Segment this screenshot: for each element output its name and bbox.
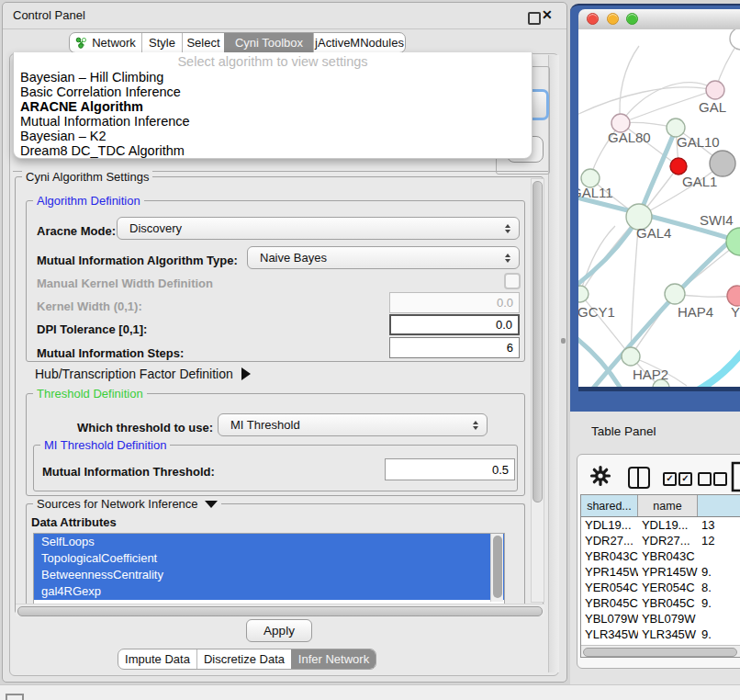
table-cell[interactable]: YDR27...: [581, 533, 638, 548]
tab-cyni-toolbox[interactable]: Cyni Toolbox: [224, 33, 313, 52]
table-cell[interactable]: YDR27...: [638, 533, 698, 548]
scrollbar-thumb[interactable]: [583, 648, 737, 657]
table-cell[interactable]: YPR145W: [581, 564, 638, 580]
table-cell[interactable]: YBL079W: [581, 611, 638, 627]
algorithm-option[interactable]: Bayesian – Hill Climbing: [17, 70, 528, 85]
kernel-width-field[interactable]: 0.0: [389, 292, 520, 313]
tab-label: Style: [149, 36, 175, 50]
splitter-handle[interactable]: [561, 338, 566, 344]
network-window-titlebar[interactable]: [578, 9, 740, 30]
tab-infer-network[interactable]: Infer Network: [291, 649, 376, 669]
mac-minimize-button[interactable]: [607, 13, 619, 25]
table-cell[interactable]: [698, 548, 740, 564]
tab-discretize-data[interactable]: Discretize Data: [196, 649, 291, 669]
algorithm-option[interactable]: Bayesian – K2: [17, 129, 528, 143]
mac-close-button[interactable]: [587, 13, 599, 25]
table-cell[interactable]: YDL19...: [581, 517, 638, 533]
tab-jactivemnodules[interactable]: jActiveMNodules: [313, 33, 405, 52]
column-header[interactable]: [698, 495, 740, 516]
close-icon[interactable]: ✕: [542, 7, 553, 22]
table-cell[interactable]: 8.: [698, 580, 740, 595]
unchecked-box-icon[interactable]: [713, 472, 727, 486]
columns-icon[interactable]: [628, 467, 650, 489]
table-cell[interactable]: YLR345W: [638, 627, 698, 642]
attribute-item[interactable]: gal4RGexp: [34, 583, 504, 600]
node-attribute-table[interactable]: shared...name YDL19...YDL19...13YDR27...…: [580, 494, 740, 658]
network-node-hap2[interactable]: [622, 347, 640, 366]
algorithm-option[interactable]: Basic Correlation Inference: [17, 85, 528, 99]
tab-impute-data[interactable]: Impute Data: [118, 649, 196, 669]
table-row[interactable]: YDR27...YDR27...12: [581, 533, 740, 548]
column-header-name[interactable]: name: [638, 495, 698, 516]
table-cell[interactable]: YBR045C: [638, 595, 698, 611]
table-cell[interactable]: YLR345W: [581, 627, 638, 642]
table-cell[interactable]: 9.: [698, 564, 740, 580]
hub-definition-expander[interactable]: Hub/Transcription Factor Definition: [35, 367, 251, 381]
checked-box-icon[interactable]: ✓: [663, 472, 677, 486]
file-icon[interactable]: [730, 461, 740, 492]
algorithm-option[interactable]: ARACNE Algorithm: [17, 99, 528, 114]
attributes-scrollbar[interactable]: [490, 534, 503, 602]
table-cell[interactable]: YBR043C: [581, 548, 638, 564]
table-cell[interactable]: [698, 611, 740, 627]
apply-button[interactable]: Apply: [246, 619, 312, 642]
network-node-hap4[interactable]: [665, 284, 685, 304]
table-cell[interactable]: 9.: [698, 595, 740, 611]
network-canvas[interactable]: GALGAL80GAL10GAL1GAL11GAL4SWI4GCY1HAP4YH…: [578, 29, 740, 387]
mi-type-select[interactable]: Naive Bayes: [247, 246, 520, 269]
data-attributes-list[interactable]: SelfLoopsTopologicalCoefficientBetweenne…: [33, 533, 505, 604]
tab-select[interactable]: Select: [182, 33, 224, 52]
sources-group-title[interactable]: Sources for Network Inference: [33, 497, 221, 511]
manual-kernel-checkbox[interactable]: [504, 273, 521, 289]
network-node-gcy1[interactable]: [578, 286, 589, 302]
table-cell[interactable]: 9.: [698, 627, 740, 642]
gear-icon[interactable]: [589, 465, 611, 487]
table-horizontal-scrollbar[interactable]: [581, 645, 740, 657]
table-cell[interactable]: YBL079W: [638, 611, 698, 627]
table-cell[interactable]: YBR045C: [581, 595, 638, 611]
network-node-y[interactable]: [727, 286, 740, 306]
checked-box-icon[interactable]: ✓: [678, 472, 692, 486]
float-window-icon[interactable]: [528, 12, 541, 25]
mi-steps-field[interactable]: 6: [389, 337, 520, 358]
table-row[interactable]: YBR043CYBR043C: [581, 548, 740, 564]
tab-network[interactable]: Network: [70, 33, 141, 52]
scrollbar-thumb[interactable]: [533, 181, 543, 502]
aracne-mode-select[interactable]: Discovery: [117, 217, 520, 240]
table-cell[interactable]: YER054C: [581, 580, 638, 595]
table-row[interactable]: YDL19...YDL19...13: [581, 517, 740, 533]
network-node-gal[interactable]: [706, 81, 724, 99]
table-row[interactable]: YPR145WYPR145W9.: [581, 564, 740, 580]
which-threshold-select[interactable]: MI Threshold: [218, 413, 488, 436]
scrollbar-thumb[interactable]: [493, 536, 502, 598]
table-cell[interactable]: 13: [698, 517, 740, 533]
algorithm-option[interactable]: Mutual Information Inference: [17, 114, 528, 129]
table-row[interactable]: YBL079WYBL079W: [581, 611, 740, 627]
tab-label: jActiveMNodules: [315, 36, 404, 50]
table-cell[interactable]: YER054C: [638, 580, 698, 595]
tab-style[interactable]: Style: [141, 33, 182, 52]
algorithm-option[interactable]: Dream8 DC_TDC Algorithm: [17, 143, 528, 158]
attribute-item[interactable]: TopologicalCoefficient: [34, 550, 504, 567]
attribute-item[interactable]: BetweennessCentrality: [34, 567, 504, 583]
network-node-gal1[interactable]: [670, 158, 687, 175]
unchecked-box-icon[interactable]: [698, 472, 712, 486]
table-cell[interactable]: 12: [698, 533, 740, 548]
table-cell[interactable]: YBR043C: [638, 548, 698, 564]
dpi-tolerance-field[interactable]: 0.0: [389, 314, 520, 335]
column-header-shared[interactable]: shared...: [581, 495, 638, 516]
settings-horizontal-scrollbar[interactable]: [16, 604, 544, 616]
table-row[interactable]: YBR045CYBR045C9.: [581, 595, 740, 611]
network-node[interactable]: [730, 29, 740, 50]
table-row[interactable]: YLR345WYLR345W9.: [581, 627, 740, 642]
table-cell[interactable]: YDL19...: [638, 517, 698, 533]
table-row[interactable]: YER054CYER054C8.: [581, 580, 740, 595]
minimized-panel-icon[interactable]: [6, 694, 24, 700]
network-node[interactable]: [710, 151, 735, 176]
attribute-item[interactable]: SelfLoops: [34, 534, 504, 550]
mi-threshold-field[interactable]: 0.5: [385, 458, 515, 480]
scrollbar-thumb[interactable]: [17, 606, 543, 616]
table-cell[interactable]: YPR145W: [638, 564, 698, 580]
settings-vertical-scrollbar[interactable]: [531, 178, 544, 603]
mac-zoom-button[interactable]: [626, 13, 638, 25]
